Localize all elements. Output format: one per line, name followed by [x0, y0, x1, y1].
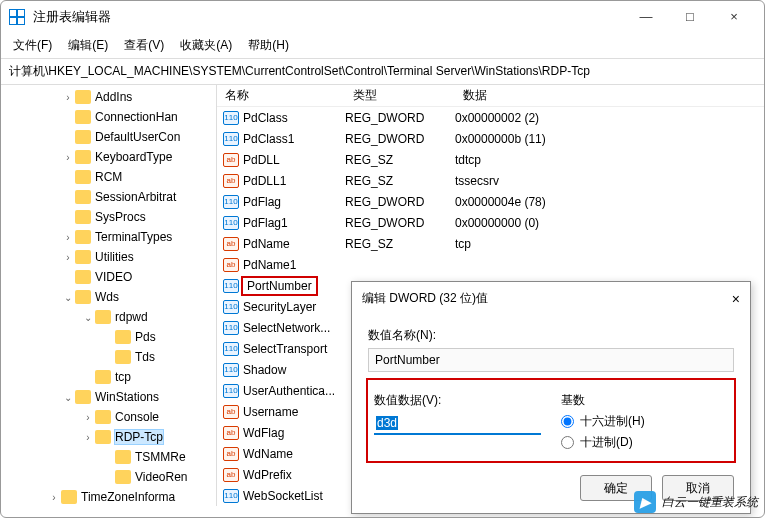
radio-dec[interactable]: 十进制(D)	[561, 434, 728, 451]
chevron-icon[interactable]: ›	[81, 432, 95, 443]
folder-icon	[75, 230, 91, 244]
maximize-button[interactable]: □	[668, 3, 712, 31]
value-name-field: PortNumber	[368, 348, 734, 372]
folder-icon	[115, 450, 131, 464]
tree-item[interactable]: ›Utilities	[1, 247, 216, 267]
tree-label: WinStations	[95, 390, 159, 404]
value-name: WdPrefix	[243, 468, 292, 482]
tree-label: SysProcs	[95, 210, 146, 224]
tree-item[interactable]: RCM	[1, 167, 216, 187]
tree-item[interactable]: ›TerminalTypes	[1, 227, 216, 247]
tree-item[interactable]: ⌄rdpwd	[1, 307, 216, 327]
tree-item[interactable]: ›Console	[1, 407, 216, 427]
app-icon	[9, 9, 25, 25]
radio-dec-input[interactable]	[561, 436, 574, 449]
value-type: REG_DWORD	[345, 132, 455, 146]
radio-hex-input[interactable]	[561, 415, 574, 428]
value-name: UserAuthentica...	[243, 384, 335, 398]
value-type: REG_SZ	[345, 237, 455, 251]
value-name: PdDLL	[243, 153, 280, 167]
list-row[interactable]: 110PdClass1REG_DWORD0x0000000b (11)	[217, 128, 764, 149]
value-type: REG_SZ	[345, 153, 455, 167]
tree-label: VIDEO	[95, 270, 132, 284]
base-label: 基数	[561, 392, 728, 409]
chevron-icon[interactable]: ›	[61, 92, 75, 103]
tree-label: SessionArbitrat	[95, 190, 176, 204]
radio-hex[interactable]: 十六进制(H)	[561, 413, 728, 430]
value-name: PdClass	[243, 111, 288, 125]
menu-edit[interactable]: 编辑(E)	[68, 37, 108, 54]
tree-item[interactable]: Tds	[1, 347, 216, 367]
list-row[interactable]: 110PdFlag1REG_DWORD0x00000000 (0)	[217, 212, 764, 233]
tree-label: TimeZoneInforma	[81, 490, 175, 504]
tree-item[interactable]: VIDEO	[1, 267, 216, 287]
dword-icon: 110	[223, 321, 239, 335]
tree-item[interactable]: SysProcs	[1, 207, 216, 227]
address-bar[interactable]: 计算机\HKEY_LOCAL_MACHINE\SYSTEM\CurrentCon…	[1, 59, 764, 85]
value-type: REG_DWORD	[345, 195, 455, 209]
folder-icon	[115, 470, 131, 484]
col-name[interactable]: 名称	[217, 87, 345, 104]
folder-icon	[75, 110, 91, 124]
list-row[interactable]: abPdDLL1REG_SZtssecsrv	[217, 170, 764, 191]
list-row[interactable]: 110PdFlagREG_DWORD0x0000004e (78)	[217, 191, 764, 212]
minimize-button[interactable]: —	[624, 3, 668, 31]
tree-item[interactable]: ›KeyboardType	[1, 147, 216, 167]
chevron-icon[interactable]: ›	[61, 152, 75, 163]
tree-item[interactable]: Pds	[1, 327, 216, 347]
tree-label: tcp	[115, 370, 131, 384]
value-data: tdtcp	[455, 153, 764, 167]
value-name: PdFlag1	[243, 216, 288, 230]
tree-item[interactable]: VideoRen	[1, 467, 216, 487]
tree-item[interactable]: ›RDP-Tcp	[1, 427, 216, 447]
tree-label: AddIns	[95, 90, 132, 104]
value-name: SelectTransport	[243, 342, 327, 356]
close-button[interactable]: ×	[712, 3, 756, 31]
tree-item[interactable]: TSMMRe	[1, 447, 216, 467]
tree-pane[interactable]: ›AddInsConnectionHanDefaultUserCon›Keybo…	[1, 85, 217, 506]
tree-label: Console	[115, 410, 159, 424]
menu-view[interactable]: 查看(V)	[124, 37, 164, 54]
tree-item[interactable]: ›AddIns	[1, 87, 216, 107]
list-header: 名称 类型 数据	[217, 85, 764, 107]
titlebar: 注册表编辑器 — □ ×	[1, 1, 764, 33]
tree-item[interactable]: ConnectionHan	[1, 107, 216, 127]
chevron-icon[interactable]: ›	[61, 232, 75, 243]
dialog-close-button[interactable]: ×	[732, 291, 740, 307]
tree-item[interactable]: DefaultUserCon	[1, 127, 216, 147]
value-data-input[interactable]: d3d	[374, 413, 541, 435]
folder-icon	[75, 150, 91, 164]
watermark-icon: ▶	[634, 491, 656, 513]
menu-file[interactable]: 文件(F)	[13, 37, 52, 54]
tree-label: RCM	[95, 170, 122, 184]
value-name: PdName	[243, 237, 290, 251]
value-name: WdName	[243, 447, 293, 461]
tree-item[interactable]: tcp	[1, 367, 216, 387]
dword-icon: 110	[223, 216, 239, 230]
tree-item[interactable]: ›TimeZoneInforma	[1, 487, 216, 506]
dword-icon: 110	[223, 279, 239, 293]
menu-favorites[interactable]: 收藏夹(A)	[180, 37, 232, 54]
value-name: SelectNetwork...	[243, 321, 330, 335]
tree-item[interactable]: ⌄Wds	[1, 287, 216, 307]
chevron-icon[interactable]: ⌄	[61, 392, 75, 403]
chevron-icon[interactable]: ›	[47, 492, 61, 503]
col-data[interactable]: 数据	[455, 87, 764, 104]
list-row[interactable]: 110PdClassREG_DWORD0x00000002 (2)	[217, 107, 764, 128]
tree-label: RDP-Tcp	[115, 430, 163, 444]
value-type: REG_SZ	[345, 174, 455, 188]
tree-item[interactable]: SessionArbitrat	[1, 187, 216, 207]
list-row[interactable]: abPdDLLREG_SZtdtcp	[217, 149, 764, 170]
list-row[interactable]: abPdNameREG_SZtcp	[217, 233, 764, 254]
chevron-icon[interactable]: ⌄	[61, 292, 75, 303]
folder-icon	[115, 350, 131, 364]
chevron-icon[interactable]: ⌄	[81, 312, 95, 323]
menu-help[interactable]: 帮助(H)	[248, 37, 289, 54]
value-data: tcp	[455, 237, 764, 251]
tree-item[interactable]: ⌄WinStations	[1, 387, 216, 407]
col-type[interactable]: 类型	[345, 87, 455, 104]
folder-icon	[75, 250, 91, 264]
chevron-icon[interactable]: ›	[81, 412, 95, 423]
list-row[interactable]: abPdName1	[217, 254, 764, 275]
chevron-icon[interactable]: ›	[61, 252, 75, 263]
